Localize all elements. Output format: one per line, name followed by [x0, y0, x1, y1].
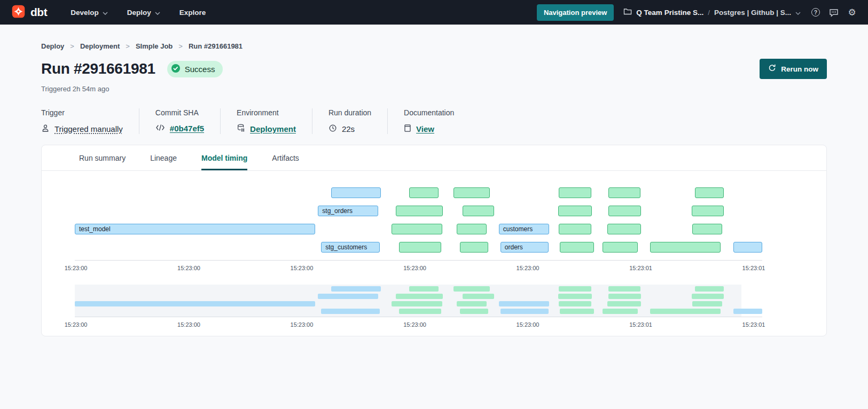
- main-menu: Develop Deploy Explore: [71, 9, 206, 17]
- navigation-preview-button[interactable]: Navigation preview: [537, 4, 614, 21]
- axis-tick-label: 15:23:00: [291, 321, 314, 328]
- gantt-bar[interactable]: [608, 187, 640, 198]
- overview-bar: [558, 294, 592, 299]
- overview-bar: [460, 309, 488, 314]
- gantt-bar[interactable]: [559, 187, 592, 198]
- meta-commit-sha: Commit SHA #0b47ef5: [155, 108, 221, 134]
- gantt-bar-test_model[interactable]: test_model: [75, 224, 315, 234]
- gantt-bar[interactable]: [409, 187, 439, 198]
- rerun-now-button[interactable]: Rerun now: [760, 59, 827, 79]
- gantt-bar[interactable]: [396, 206, 443, 216]
- gantt-bar[interactable]: [457, 224, 487, 234]
- menu-explore[interactable]: Explore: [179, 9, 206, 17]
- breadcrumb-item[interactable]: Deployment: [80, 42, 120, 50]
- status-badge: Success: [167, 61, 223, 77]
- breadcrumb-separator-icon: >: [70, 42, 74, 50]
- gantt-bar[interactable]: [560, 242, 594, 253]
- axis-tick-label: 15:23:00: [177, 321, 200, 328]
- overview-bar: [559, 301, 592, 306]
- account-separator: /: [708, 9, 710, 17]
- model-timing-gantt: stg_orderstest_modelcustomersstg_custome…: [75, 187, 762, 253]
- gantt-bar[interactable]: [650, 242, 721, 253]
- overview-bar: [607, 301, 641, 306]
- tab-model-timing[interactable]: Model timing: [201, 145, 247, 170]
- overview-bars: [75, 285, 762, 316]
- axis-tick-label: 15:23:00: [65, 321, 88, 328]
- gantt-bar-orders[interactable]: orders: [501, 242, 549, 253]
- run-detail-card: Run summary Lineage Model timing Artifac…: [41, 145, 827, 336]
- gantt-bar-label: orders: [505, 243, 523, 251]
- commit-sha-link[interactable]: #0b47ef5: [170, 124, 204, 133]
- gantt-bar-stg_customers[interactable]: stg_customers: [321, 242, 380, 253]
- gantt-bar[interactable]: [559, 224, 592, 234]
- overview-bar: [692, 294, 724, 299]
- chevron-down-icon: [155, 9, 160, 17]
- gantt-bar[interactable]: [692, 206, 724, 216]
- account-switcher[interactable]: Q Team Pristine S... / Postgres | Github…: [623, 7, 801, 17]
- status-badge-label: Success: [185, 65, 215, 74]
- overview-bar: [692, 301, 722, 306]
- axis-tick-label: 15:23:00: [403, 321, 426, 328]
- run-duration-value: 22s: [342, 124, 355, 133]
- overview-bar-customers: [499, 301, 549, 306]
- breadcrumb-item[interactable]: SImple Job: [136, 42, 173, 50]
- gantt-time-axis: 15:23:0015:23:0015:23:0015:23:0015:23:00…: [75, 260, 762, 273]
- gantt-bar[interactable]: [331, 187, 381, 198]
- meta-run-duration: Run duration 22s: [329, 108, 388, 134]
- meta-environment: Environment Deployment: [237, 108, 312, 134]
- gantt-bar[interactable]: [695, 187, 724, 198]
- code-icon: [155, 124, 165, 133]
- overview-bar: [608, 286, 640, 292]
- overview-bar: [409, 286, 439, 292]
- help-icon[interactable]: ?: [810, 7, 821, 18]
- axis-tick-label: 15:23:00: [177, 265, 200, 271]
- menu-develop[interactable]: Develop: [71, 9, 108, 17]
- overview-bar-stg_customers: [321, 309, 380, 314]
- gantt-bar[interactable]: [460, 242, 488, 253]
- tab-artifacts[interactable]: Artifacts: [272, 145, 299, 170]
- gantt-bar-stg_orders[interactable]: stg_orders: [318, 206, 378, 216]
- axis-tick-label: 15:23:01: [742, 265, 765, 271]
- breadcrumb-item[interactable]: Deploy: [41, 42, 64, 50]
- settings-gear-icon[interactable]: ⚙: [847, 7, 857, 18]
- gantt-bar[interactable]: [399, 242, 441, 253]
- gantt-bar-customers[interactable]: customers: [499, 224, 549, 234]
- gantt-bar[interactable]: [603, 242, 638, 253]
- gantt-bar[interactable]: [692, 224, 722, 234]
- page-title: Run #291661981: [41, 60, 155, 77]
- environment-link[interactable]: Deployment: [250, 124, 296, 133]
- gantt-bar[interactable]: [733, 242, 762, 253]
- overview-bar: [457, 301, 487, 306]
- axis-tick-label: 15:23:00: [65, 265, 88, 271]
- overview-row: [75, 309, 762, 314]
- breadcrumb-separator-icon: >: [178, 42, 183, 50]
- tab-lineage[interactable]: Lineage: [150, 145, 177, 170]
- success-check-icon: [171, 64, 181, 75]
- gantt-bar[interactable]: [453, 187, 490, 198]
- timeline-overview[interactable]: [75, 285, 762, 317]
- overview-bar: [453, 286, 490, 292]
- overview-bar: [559, 286, 592, 292]
- chevron-down-icon: [103, 9, 108, 17]
- menu-deploy[interactable]: Deploy: [127, 9, 160, 17]
- gantt-bar-label: stg_customers: [325, 243, 367, 251]
- axis-tick-label: 15:23:00: [291, 265, 314, 271]
- feedback-icon[interactable]: [828, 7, 839, 18]
- gantt-bar[interactable]: [392, 224, 442, 234]
- clock-icon: [329, 124, 337, 134]
- overview-bar: [560, 309, 594, 314]
- tab-run-summary[interactable]: Run summary: [79, 145, 126, 170]
- trigger-value: Triggered manually: [54, 124, 123, 133]
- gantt-bar[interactable]: [558, 206, 592, 216]
- overview-time-axis: 15:23:0015:23:0015:23:0015:23:0015:23:00…: [75, 317, 762, 329]
- gantt-bar[interactable]: [463, 206, 494, 216]
- gantt-bar[interactable]: [608, 206, 641, 216]
- axis-tick-label: 15:23:01: [629, 265, 652, 271]
- documentation-view-link[interactable]: View: [416, 124, 434, 133]
- meta-trigger: Trigger Triggered manually: [41, 108, 139, 134]
- dbt-logo[interactable]: dbt: [11, 4, 47, 21]
- folder-icon: [623, 7, 632, 17]
- breadcrumb: Deploy>Deployment>SImple Job>Run #291661…: [41, 42, 827, 50]
- gantt-bar[interactable]: [607, 224, 641, 234]
- axis-tick-label: 15:23:01: [629, 321, 652, 328]
